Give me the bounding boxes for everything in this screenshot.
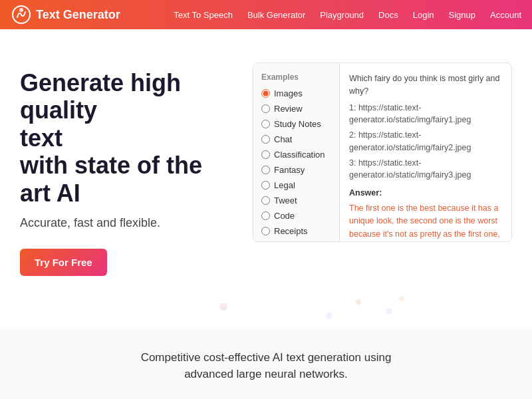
nav-login[interactable]: Login xyxy=(413,10,434,20)
example-receipts[interactable]: Receipts xyxy=(261,226,331,236)
example-tweet[interactable]: Tweet xyxy=(261,196,331,205)
navbar: Text Generator Text To Speech Bulk Gener… xyxy=(0,0,532,29)
preview-link-2: 2: https://static.text-generator.io/stat… xyxy=(349,129,502,154)
preview-question: Which fairy do you think is most girly a… xyxy=(349,72,502,98)
nav-bulk-generator[interactable]: Bulk Generator xyxy=(247,10,305,20)
logo[interactable]: Text Generator xyxy=(11,4,120,25)
hero-heading: Generate high quality text with state of… xyxy=(20,69,233,207)
logo-text: Text Generator xyxy=(36,8,120,22)
nav-signup[interactable]: Signup xyxy=(449,10,475,20)
nav-docs[interactable]: Docs xyxy=(378,10,398,20)
example-code[interactable]: Code xyxy=(261,211,331,221)
hero-subtitle: Accurate, fast and flexible. xyxy=(20,216,233,230)
example-review[interactable]: Review xyxy=(261,104,331,114)
more-examples-link[interactable]: More Examples xyxy=(261,241,331,242)
lower-section: Competitive cost-effective AI text gener… xyxy=(0,329,532,399)
dots-decoration xyxy=(0,289,532,329)
nav-links: Text To Speech Bulk Generator Playground… xyxy=(174,10,521,20)
logo-icon xyxy=(11,4,32,25)
examples-label: Examples xyxy=(261,72,331,82)
answer-text: The first one is the best because it has… xyxy=(349,202,502,242)
examples-list: Examples Images Review Study Notes Chat … xyxy=(253,63,340,241)
nav-playground[interactable]: Playground xyxy=(320,10,364,20)
nav-account[interactable]: Account xyxy=(490,10,521,20)
svg-point-1 xyxy=(19,8,23,12)
example-images[interactable]: Images xyxy=(261,88,331,98)
lower-heading: Competitive cost-effective AI text gener… xyxy=(27,349,505,383)
hero-section: Generate high quality text with state of… xyxy=(0,29,532,289)
example-chat[interactable]: Chat xyxy=(261,134,331,144)
hero-left: Generate high quality text with state of… xyxy=(20,63,233,276)
example-classification[interactable]: Classification xyxy=(261,150,331,160)
example-legal[interactable]: Legal xyxy=(261,180,331,190)
examples-preview: Which fairy do you think is most girly a… xyxy=(340,63,511,241)
preview-link-3: 3: https://static.text-generator.io/stat… xyxy=(349,157,502,182)
preview-link-1: 1: https://static.text-generator.io/stat… xyxy=(349,102,502,127)
try-for-free-button[interactable]: Try For Free xyxy=(20,249,107,276)
example-fantasy[interactable]: Fantasy xyxy=(261,165,331,175)
nav-text-to-speech[interactable]: Text To Speech xyxy=(174,10,233,20)
answer-label: Answer: xyxy=(349,187,502,200)
examples-card: Examples Images Review Study Notes Chat … xyxy=(253,63,512,242)
example-study-notes[interactable]: Study Notes xyxy=(261,119,331,129)
